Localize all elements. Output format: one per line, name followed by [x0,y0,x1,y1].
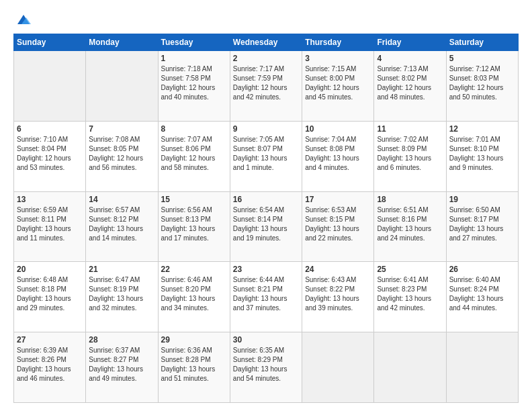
day-cell: 19Sunrise: 6:50 AM Sunset: 8:17 PM Dayli… [446,191,518,262]
day-cell: 21Sunrise: 6:47 AM Sunset: 8:19 PM Dayli… [86,262,158,332]
day-cell: 29Sunrise: 6:36 AM Sunset: 8:28 PM Dayli… [158,332,230,403]
day-number: 8 [161,124,227,134]
day-number: 7 [89,124,154,134]
day-number: 14 [89,195,154,204]
day-cell: 26Sunrise: 6:40 AM Sunset: 8:24 PM Dayli… [446,262,518,332]
day-detail: Sunrise: 6:43 AM Sunset: 8:22 PM Dayligh… [305,275,371,313]
day-number: 20 [17,265,83,274]
day-cell: 22Sunrise: 6:46 AM Sunset: 8:20 PM Dayli… [158,262,230,332]
day-detail: Sunrise: 6:50 AM Sunset: 8:17 PM Dayligh… [449,205,515,243]
day-cell: 2Sunrise: 7:17 AM Sunset: 7:59 PM Daylig… [230,51,302,122]
day-cell: 9Sunrise: 7:05 AM Sunset: 8:07 PM Daylig… [230,121,302,191]
day-cell: 30Sunrise: 6:35 AM Sunset: 8:29 PM Dayli… [230,332,302,403]
day-cell: 23Sunrise: 6:44 AM Sunset: 8:21 PM Dayli… [230,262,302,332]
day-number: 10 [305,124,371,134]
day-number: 26 [449,265,515,274]
day-detail: Sunrise: 7:01 AM Sunset: 8:10 PM Dayligh… [449,135,515,173]
calendar: SundayMondayTuesdayWednesdayThursdayFrid… [13,34,519,403]
day-number: 24 [305,265,371,274]
day-number: 28 [89,335,154,345]
day-detail: Sunrise: 7:17 AM Sunset: 7:59 PM Dayligh… [233,64,299,102]
day-cell: 27Sunrise: 6:39 AM Sunset: 8:26 PM Dayli… [14,332,86,403]
weekday-header-row: SundayMondayTuesdayWednesdayThursdayFrid… [14,34,519,51]
week-row-2: 6Sunrise: 7:10 AM Sunset: 8:04 PM Daylig… [14,121,519,191]
week-row-1: 1Sunrise: 7:18 AM Sunset: 7:58 PM Daylig… [14,51,519,122]
day-number: 1 [161,54,227,63]
weekday-header-sunday: Sunday [14,34,86,51]
day-number: 5 [449,54,515,63]
day-number: 6 [17,124,83,134]
day-detail: Sunrise: 7:13 AM Sunset: 8:02 PM Dayligh… [377,64,443,102]
day-cell [446,332,518,403]
day-cell: 17Sunrise: 6:53 AM Sunset: 8:15 PM Dayli… [302,191,374,262]
day-detail: Sunrise: 6:40 AM Sunset: 8:24 PM Dayligh… [449,275,515,313]
day-detail: Sunrise: 6:48 AM Sunset: 8:18 PM Dayligh… [17,275,83,313]
day-number: 16 [233,195,299,204]
day-cell: 20Sunrise: 6:48 AM Sunset: 8:18 PM Dayli… [14,262,86,332]
day-detail: Sunrise: 6:46 AM Sunset: 8:20 PM Dayligh… [161,275,227,313]
day-cell: 13Sunrise: 6:59 AM Sunset: 8:11 PM Dayli… [14,191,86,262]
day-cell: 3Sunrise: 7:15 AM Sunset: 8:00 PM Daylig… [302,51,374,122]
day-cell: 4Sunrise: 7:13 AM Sunset: 8:02 PM Daylig… [374,51,446,122]
day-detail: Sunrise: 6:36 AM Sunset: 8:28 PM Dayligh… [161,346,227,383]
day-detail: Sunrise: 6:53 AM Sunset: 8:15 PM Dayligh… [305,205,371,243]
day-number: 27 [17,335,83,345]
day-cell: 10Sunrise: 7:04 AM Sunset: 8:08 PM Dayli… [302,121,374,191]
weekday-header-monday: Monday [86,34,158,51]
logo [13,12,32,27]
day-number: 29 [161,335,227,345]
day-detail: Sunrise: 6:47 AM Sunset: 8:19 PM Dayligh… [89,275,154,313]
day-cell: 16Sunrise: 6:54 AM Sunset: 8:14 PM Dayli… [230,191,302,262]
day-cell: 12Sunrise: 7:01 AM Sunset: 8:10 PM Dayli… [446,121,518,191]
day-detail: Sunrise: 6:54 AM Sunset: 8:14 PM Dayligh… [233,205,299,243]
day-number: 13 [17,195,83,204]
day-detail: Sunrise: 7:15 AM Sunset: 8:00 PM Dayligh… [305,64,371,102]
day-detail: Sunrise: 6:41 AM Sunset: 8:23 PM Dayligh… [377,275,443,313]
week-row-4: 20Sunrise: 6:48 AM Sunset: 8:18 PM Dayli… [14,262,519,332]
day-cell: 5Sunrise: 7:12 AM Sunset: 8:03 PM Daylig… [446,51,518,122]
day-detail: Sunrise: 7:07 AM Sunset: 8:06 PM Dayligh… [161,135,227,173]
day-detail: Sunrise: 7:18 AM Sunset: 7:58 PM Dayligh… [161,64,227,102]
top-bar [13,12,519,27]
day-number: 21 [89,265,154,274]
day-detail: Sunrise: 6:59 AM Sunset: 8:11 PM Dayligh… [17,205,83,243]
day-cell: 25Sunrise: 6:41 AM Sunset: 8:23 PM Dayli… [374,262,446,332]
day-number: 30 [233,335,299,345]
day-cell: 28Sunrise: 6:37 AM Sunset: 8:27 PM Dayli… [86,332,158,403]
day-cell: 11Sunrise: 7:02 AM Sunset: 8:09 PM Dayli… [374,121,446,191]
day-number: 17 [305,195,371,204]
day-number: 25 [377,265,443,274]
day-detail: Sunrise: 6:57 AM Sunset: 8:12 PM Dayligh… [89,205,154,243]
day-detail: Sunrise: 6:37 AM Sunset: 8:27 PM Dayligh… [89,346,154,383]
day-number: 18 [377,195,443,204]
weekday-header-wednesday: Wednesday [230,34,302,51]
day-number: 3 [305,54,371,63]
day-detail: Sunrise: 7:05 AM Sunset: 8:07 PM Dayligh… [233,135,299,173]
week-row-3: 13Sunrise: 6:59 AM Sunset: 8:11 PM Dayli… [14,191,519,262]
day-detail: Sunrise: 6:51 AM Sunset: 8:16 PM Dayligh… [377,205,443,243]
weekday-header-saturday: Saturday [446,34,518,51]
day-cell: 14Sunrise: 6:57 AM Sunset: 8:12 PM Dayli… [86,191,158,262]
page: SundayMondayTuesdayWednesdayThursdayFrid… [0,0,532,411]
day-cell: 18Sunrise: 6:51 AM Sunset: 8:16 PM Dayli… [374,191,446,262]
day-detail: Sunrise: 7:04 AM Sunset: 8:08 PM Dayligh… [305,135,371,173]
day-cell: 7Sunrise: 7:08 AM Sunset: 8:05 PM Daylig… [86,121,158,191]
day-detail: Sunrise: 6:35 AM Sunset: 8:29 PM Dayligh… [233,346,299,383]
day-cell [14,51,86,122]
day-cell [86,51,158,122]
day-number: 22 [161,265,227,274]
day-number: 11 [377,124,443,134]
day-cell: 6Sunrise: 7:10 AM Sunset: 8:04 PM Daylig… [14,121,86,191]
logo-icon [16,12,31,27]
day-detail: Sunrise: 6:44 AM Sunset: 8:21 PM Dayligh… [233,275,299,313]
day-cell: 15Sunrise: 6:56 AM Sunset: 8:13 PM Dayli… [158,191,230,262]
day-cell [374,332,446,403]
day-detail: Sunrise: 7:02 AM Sunset: 8:09 PM Dayligh… [377,135,443,173]
day-number: 2 [233,54,299,63]
day-cell [302,332,374,403]
day-cell: 8Sunrise: 7:07 AM Sunset: 8:06 PM Daylig… [158,121,230,191]
day-detail: Sunrise: 6:56 AM Sunset: 8:13 PM Dayligh… [161,205,227,243]
weekday-header-friday: Friday [374,34,446,51]
day-detail: Sunrise: 7:12 AM Sunset: 8:03 PM Dayligh… [449,64,515,102]
day-number: 15 [161,195,227,204]
